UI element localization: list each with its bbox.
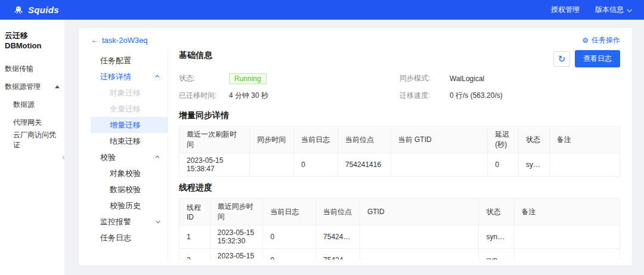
field-value: 0 行/s (563.20/s) [450,91,503,101]
card-header: ← task-2oW3eq ⚙ 任务操作 [91,35,620,45]
col-header: 备注 [514,199,620,225]
chevron-up-icon [155,75,159,79]
sidebar-item-label: 数据传输 [5,64,33,74]
sidebar-item-cloud-credentials[interactable]: 云厂商访问凭证 [0,131,64,149]
triangle-up-icon [55,85,60,88]
nav-item-object-migration[interactable]: 对象迁移 [91,85,168,101]
field-migration-speed: 迁移速度: 0 行/s (563.20/s) [400,87,620,104]
table-cell [391,153,488,177]
col-header: GTID [360,199,479,225]
field-label: 状态: [179,73,229,84]
logo-text: Squids [28,5,59,15]
squids-logo-icon [13,5,24,16]
nav-item-label: 增量迁移 [110,120,141,131]
nav-item-label: 对象迁移 [110,88,141,98]
nav-item-label: 校验 [100,152,116,163]
nav-item-monitor-alert[interactable]: 监控报警 [91,214,168,230]
task-nav: 任务配置 迁移详情 对象迁移 全量迁移 增量迁移 [91,50,168,259]
table-cell: 2023-05-15 15:38:47 [179,153,250,177]
nav-item-full-migration[interactable]: 全量迁移 [91,101,168,117]
sidebar-item-data-transfer[interactable]: 数据传输 [0,60,64,78]
table-cell: syncing [479,249,514,260]
col-header: 状态 [479,199,514,225]
field-sync-mode: 同步模式: WalLogical [400,70,620,87]
nav-item-verify-history[interactable]: 校验历史 [91,197,168,214]
topbar-menu: 授权管理 版本信息 [551,5,631,15]
topbar-item-license[interactable]: 授权管理 [551,5,580,15]
col-header: 当前 GTID [391,126,488,153]
sidebar-item-proxy-gateway[interactable]: 代理网关 [0,113,64,131]
back-arrow-icon: ← [91,36,98,45]
nav-item-migration-detail[interactable]: 迁移详情 [91,69,168,85]
topbar-item-version[interactable]: 版本信息 [595,5,631,15]
nav-item-incremental-migration[interactable]: 增量迁移 [91,117,168,133]
col-header: 状态 [518,126,549,153]
topbar-item-license-label: 授权管理 [551,5,580,15]
col-header: 备注 [549,126,620,153]
table-cell: 0 [294,153,338,177]
back-link[interactable]: ← task-2oW3eq [91,36,148,45]
nav-item-label: 任务日志 [100,233,131,243]
chevron-down-icon [156,219,160,223]
thread-progress-title: 线程进度 [179,183,620,193]
table-row: 12023-05-15 15:32:300754241416syncing [179,225,620,249]
nav-item-end-migration[interactable]: 结束迁移 [91,133,168,149]
sidebar-item-datasource[interactable]: 数据源 [0,95,64,113]
status-badge: Running [229,73,267,84]
field-value: 4 分钟 30 秒 [229,91,268,101]
task-content: 基础信息 ↻ 查看日志 状态: Running 同步模式: [168,50,620,259]
col-header: 线程 ID [179,199,210,225]
field-label: 同步模式: [400,73,450,84]
nav-item-label: 全量迁移 [110,104,141,115]
nav-item-label: 结束迁移 [110,136,141,147]
table-cell: 754241416 [316,225,360,249]
topbar: Squids 授权管理 版本信息 [0,0,644,20]
field-label: 已迁移时间: [179,91,229,101]
task-actions-label: 任务操作 [592,35,620,45]
nav-item-verification[interactable]: 校验 [91,149,168,165]
col-header: 同步时间 [250,126,294,153]
table-cell: 0 [263,225,316,249]
nav-item-task-config[interactable]: 任务配置 [91,52,168,69]
sidebar-collapse-icon[interactable]: ‹ [62,153,65,161]
thread-progress-table: 线程 ID 最近同步时间 当前日志 当前位点 GTID 状态 备注 12023-… [179,198,620,259]
sidebar-item-label: 云厂商访问凭证 [13,130,60,150]
nav-item-data-verify[interactable]: 数据校验 [91,181,168,197]
nav-item-label: 监控报警 [100,217,131,227]
table-cell [360,225,479,249]
incr-sync-title: 增量同步详情 [179,110,620,121]
sidebar-item-datasource-mgmt[interactable]: 数据源管理 [0,78,64,95]
table-cell: syncing [518,153,549,177]
table-cell: 0 [488,153,519,177]
table-cell: 2023-05-15 15:32:30 [210,249,263,260]
task-actions-button[interactable]: ⚙ 任务操作 [582,35,620,45]
table-cell: 0 [263,249,316,260]
logo: Squids [13,5,59,16]
col-header: 当前位点 [316,199,360,225]
content-header: 基础信息 ↻ 查看日志 [179,50,620,67]
col-header: 最近一次刷新时间 [179,126,250,153]
topbar-item-version-label: 版本信息 [595,5,624,15]
table-cell: 1 [179,225,210,249]
page-layout: 云迁移 DBMotion 数据传输 数据源管理 数据源 代理网关 云厂商访问凭证… [0,20,644,275]
view-log-button[interactable]: 查看日志 [575,50,620,67]
field-migrated-time: 已迁移时间: 4 分钟 30 秒 [179,87,400,104]
nav-item-label: 迁移详情 [100,72,131,82]
refresh-button[interactable]: ↻ [553,51,570,67]
col-header: 最近同步时间 [210,199,263,225]
basic-info-title: 基础信息 [179,50,212,61]
task-card: ← task-2oW3eq ⚙ 任务操作 任务配置 迁移详情 [79,28,632,265]
table-header-row: 最近一次刷新时间 同步时间 当前日志 当前位点 当前 GTID 延迟(秒) 状态… [179,126,620,153]
header-actions: ↻ 查看日志 [553,50,620,67]
col-header: 当前日志 [263,199,316,225]
table-cell: 2 [179,249,210,260]
sidebar-item-label: 数据源管理 [5,82,41,92]
table-cell: 754241416 [338,153,391,177]
sidebar: 云迁移 DBMotion 数据传输 数据源管理 数据源 代理网关 云厂商访问凭证 [0,20,64,275]
table-header-row: 线程 ID 最近同步时间 当前日志 当前位点 GTID 状态 备注 [179,199,620,225]
col-header: 当前日志 [294,126,338,153]
nav-item-object-verify[interactable]: 对象校验 [91,165,168,181]
incr-sync-table: 最近一次刷新时间 同步时间 当前日志 当前位点 当前 GTID 延迟(秒) 状态… [179,126,620,177]
table-cell [514,249,620,260]
nav-item-task-log[interactable]: 任务日志 [91,230,168,246]
